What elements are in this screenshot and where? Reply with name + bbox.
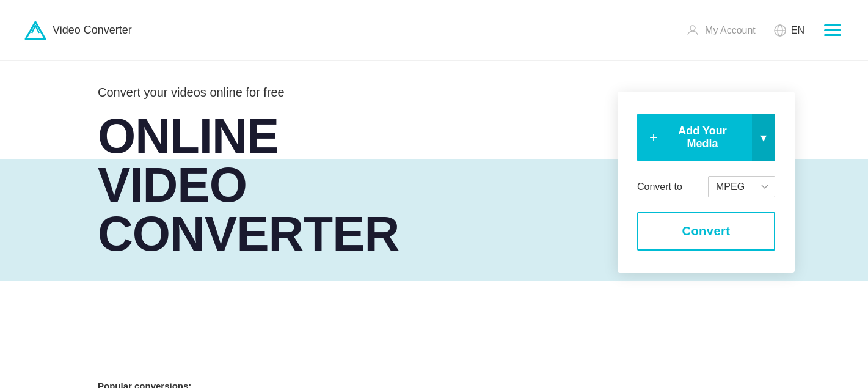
popular-label: Popular conversions:: [98, 381, 525, 388]
convert-to-label: Convert to: [637, 181, 682, 192]
chevron-down-icon: ▾: [760, 130, 767, 145]
converter-widget: + Add Your Media ▾ Convert to MPEG MP4 M…: [618, 92, 795, 273]
header-right: My Account EN: [685, 22, 844, 38]
hamburger-line-3: [824, 34, 841, 36]
my-account-label: My Account: [705, 25, 756, 36]
svg-point-1: [690, 26, 695, 31]
hamburger-menu[interactable]: [822, 22, 844, 38]
my-account-button[interactable]: My Account: [685, 23, 756, 38]
convert-to-row: Convert to MPEG MP4 MP3 AVI MOV MKV WMV …: [637, 176, 775, 197]
left-content: Convert your videos online for free ONLI…: [98, 86, 525, 388]
globe-icon: [773, 23, 787, 38]
logo[interactable]: Video Converter: [24, 20, 132, 42]
hamburger-line-1: [824, 24, 841, 26]
header: Video Converter My Account EN: [0, 0, 868, 61]
format-select[interactable]: MPEG MP4 MP3 AVI MOV MKV WMV FLV M4V WAV…: [708, 176, 775, 197]
popular-section: Popular conversions: MOV to MP4, M4V to …: [98, 381, 525, 388]
hero-title-line3: CONVERTER: [98, 210, 525, 258]
logo-text: Video Converter: [53, 24, 132, 37]
hero-title-line2: VIDEO: [98, 161, 525, 210]
content-area: Convert your videos online for free ONLI…: [0, 61, 868, 388]
hero-title-line1: ONLINE: [98, 112, 525, 161]
add-media-row: + Add Your Media ▾: [637, 114, 775, 161]
hero-subtitle: Convert your videos online for free: [98, 86, 525, 100]
hamburger-line-2: [824, 29, 841, 31]
user-icon: [685, 23, 700, 38]
svg-marker-0: [26, 22, 45, 39]
convert-button[interactable]: Convert: [637, 212, 775, 251]
language-selector[interactable]: EN: [773, 23, 804, 38]
main-content: Convert your videos online for free ONLI…: [0, 61, 868, 388]
plus-icon: +: [649, 130, 658, 145]
hero-title: ONLINE VIDEO CONVERTER: [98, 112, 525, 258]
add-media-label: Add Your Media: [665, 125, 740, 150]
lang-label: EN: [791, 25, 804, 36]
add-media-button[interactable]: + Add Your Media: [637, 114, 752, 161]
logo-icon: [24, 20, 46, 42]
add-media-dropdown-button[interactable]: ▾: [752, 114, 775, 161]
